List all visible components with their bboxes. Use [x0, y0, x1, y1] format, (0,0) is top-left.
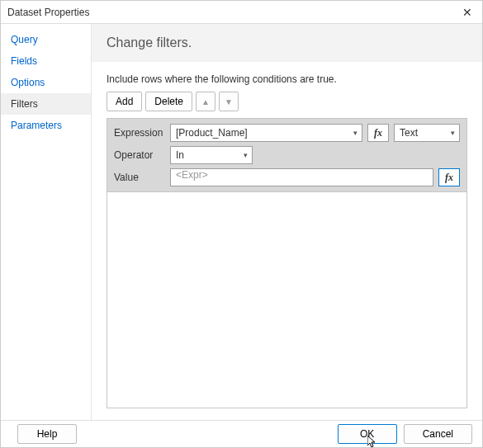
content: Change filters. Include rows where the f…	[92, 24, 482, 420]
content-body: Include rows where the following conditi…	[92, 62, 482, 420]
ok-button[interactable]: OK	[338, 424, 397, 444]
sidebar: Query Fields Options Filters Parameters	[1, 24, 92, 420]
sidebar-item-options[interactable]: Options	[1, 72, 91, 93]
sidebar-item-label: Filters	[11, 98, 38, 110]
close-icon[interactable]: ✕	[459, 7, 476, 18]
filter-editor: Expression [Product_Name] ▾ fx Text ▾ Op…	[107, 118, 467, 192]
expression-fx-button[interactable]: fx	[367, 124, 389, 142]
sidebar-item-filters[interactable]: Filters	[1, 93, 91, 115]
footer: Help OK Cancel	[1, 420, 482, 447]
chevron-down-icon: ▾	[446, 129, 459, 137]
sidebar-item-parameters[interactable]: Parameters	[1, 115, 91, 136]
operator-label: Operator	[114, 149, 165, 161]
move-down-icon[interactable]: ▼	[219, 92, 239, 111]
instruction-text: Include rows where the following conditi…	[107, 73, 467, 85]
chevron-down-icon: ▾	[239, 151, 252, 159]
sidebar-item-fields[interactable]: Fields	[1, 50, 91, 72]
move-up-icon[interactable]: ▲	[196, 92, 215, 111]
type-value: Text	[395, 127, 446, 139]
page-title: Change filters.	[92, 24, 482, 62]
filter-list-area	[107, 192, 467, 408]
help-button[interactable]: Help	[17, 424, 77, 444]
expression-value: [Product_Name]	[171, 127, 348, 139]
delete-button[interactable]: Delete	[145, 92, 192, 111]
window-title: Dataset Properties	[7, 7, 89, 18]
chevron-down-icon: ▾	[348, 129, 362, 137]
ok-label: OK	[360, 428, 374, 440]
sidebar-item-label: Options	[11, 77, 45, 88]
expression-combo[interactable]: [Product_Name] ▾	[170, 124, 362, 142]
value-row: Value <Expr> fx	[114, 168, 460, 186]
cancel-button[interactable]: Cancel	[404, 424, 472, 444]
operator-row: Operator In ▾	[114, 146, 460, 164]
expression-row: Expression [Product_Name] ▾ fx Text ▾	[114, 124, 460, 142]
type-combo[interactable]: Text ▾	[394, 124, 460, 142]
value-label: Value	[114, 172, 165, 183]
operator-combo[interactable]: In ▾	[170, 146, 253, 164]
sidebar-item-query[interactable]: Query	[1, 29, 91, 50]
add-button[interactable]: Add	[107, 92, 142, 111]
sidebar-item-label: Parameters	[11, 120, 62, 131]
titlebar: Dataset Properties ✕	[1, 1, 482, 24]
value-fx-button[interactable]: fx	[438, 168, 460, 186]
filter-toolbar: Add Delete ▲ ▼	[107, 92, 467, 111]
value-input[interactable]: <Expr>	[170, 168, 433, 186]
main-area: Query Fields Options Filters Parameters …	[1, 24, 482, 420]
operator-value: In	[171, 149, 239, 161]
expression-label: Expression	[114, 127, 165, 139]
sidebar-item-label: Fields	[11, 55, 37, 67]
sidebar-item-label: Query	[11, 34, 38, 45]
